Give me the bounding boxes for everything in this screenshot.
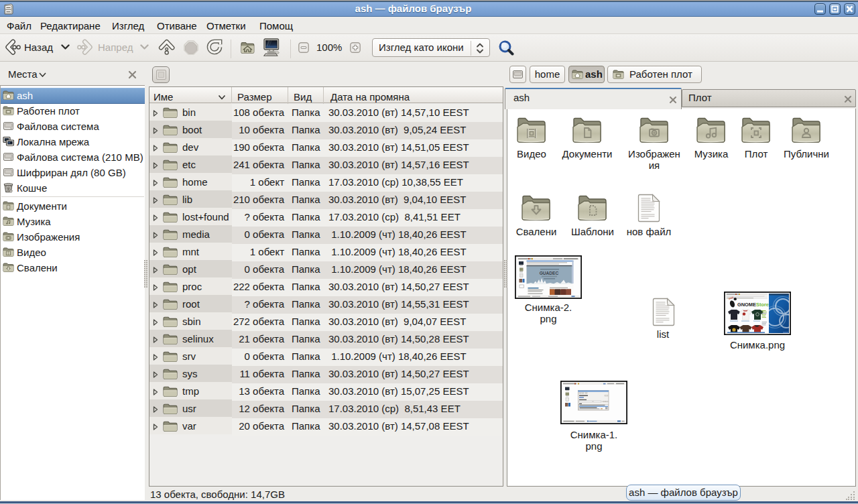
svg-text:Store: Store <box>756 302 769 308</box>
svg-text:GUADEC: GUADEC <box>540 271 559 275</box>
svg-text:GNOME: GNOME <box>737 302 756 308</box>
